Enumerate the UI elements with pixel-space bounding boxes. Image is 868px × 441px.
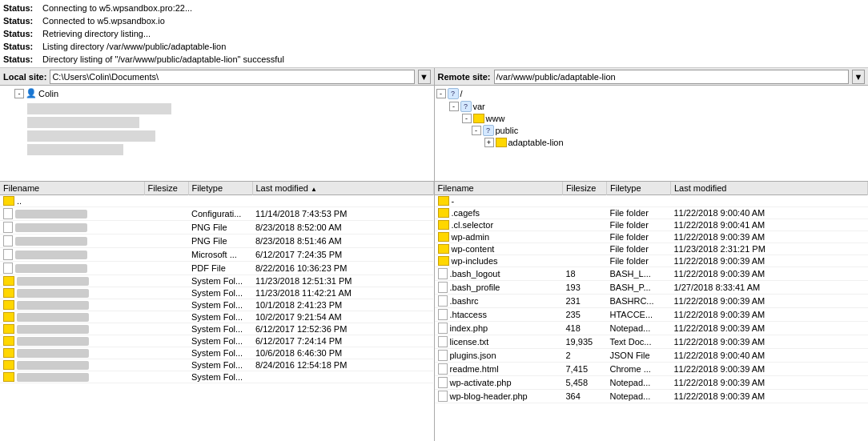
- table-row[interactable]: plugins.json 2 JSON File 11/22/2018 9:00…: [435, 349, 868, 363]
- remote-tree-item[interactable]: +adaptable-lion: [436, 137, 867, 148]
- remote-col-filetype[interactable]: Filetype: [607, 182, 671, 195]
- table-row[interactable]: .bash_profile 193 BASH_P... 1/27/2018 8:…: [435, 281, 868, 295]
- table-row[interactable]: System Fol... 10/1/2018 2:41:23 PM: [0, 299, 433, 311]
- table-row[interactable]: System Fol... 10/2/2017 9:21:54 AM: [0, 311, 433, 323]
- remote-col-filename[interactable]: Filename: [435, 182, 563, 195]
- remote-tree-item[interactable]: -www: [436, 113, 867, 124]
- table-row[interactable]: Microsoft ... 6/12/2017 7:24:35 PM: [0, 248, 433, 262]
- table-row[interactable]: .cl.selector File folder 11/22/2018 9:00…: [435, 219, 868, 231]
- local-col-filename[interactable]: Filename: [0, 182, 144, 195]
- table-row[interactable]: wp-blog-header.php 364 Notepad... 11/22/…: [435, 390, 868, 403]
- table-row[interactable]: System Fol...: [0, 371, 433, 383]
- local-tree-item-colin[interactable]: - 👤 Colin: [2, 87, 432, 100]
- file-type-cell: File folder: [607, 231, 671, 243]
- table-row[interactable]: PDF File 8/22/2016 10:36:23 PM: [0, 262, 433, 275]
- table-row[interactable]: System Fol... 11/23/2018 12:51:31 PM: [0, 275, 433, 287]
- table-row[interactable]: .cagefs File folder 11/22/2018 9:00:40 A…: [435, 207, 868, 219]
- file-type-cell: System Fol...: [188, 299, 252, 311]
- file-type-cell: System Fol...: [188, 311, 252, 323]
- file-name-cell: [0, 221, 144, 235]
- table-row[interactable]: System Fol... 6/12/2017 12:52:36 PM: [0, 323, 433, 335]
- expand-icon[interactable]: -: [472, 126, 481, 135]
- remote-col-modified[interactable]: Last modified: [671, 182, 868, 195]
- file-type-cell: Configurati...: [188, 207, 252, 221]
- remote-tree-item[interactable]: -?public: [436, 124, 867, 137]
- blurred-name: [17, 313, 89, 322]
- file-name: plugins.json: [450, 351, 496, 360]
- table-row[interactable]: index.php 418 Notepad... 11/22/2018 9:00…: [435, 322, 868, 335]
- expand-icon[interactable]: -: [449, 102, 459, 111]
- table-row[interactable]: System Fol... 6/12/2017 7:24:14 PM: [0, 335, 433, 347]
- file-modified-cell: 1/27/2018 8:33:41 AM: [671, 281, 868, 295]
- status-row: Status:Directory listing of "/var/www/pu…: [3, 53, 865, 66]
- file-icon: [3, 222, 13, 233]
- table-row[interactable]: ..: [0, 195, 433, 207]
- table-row[interactable]: -: [435, 195, 868, 207]
- file-name-cell: [0, 248, 144, 262]
- file-type-cell: Text Doc...: [607, 335, 671, 349]
- table-row[interactable]: readme.html 7,415 Chrome ... 11/22/2018 …: [435, 363, 868, 376]
- file-size-cell: [144, 347, 188, 359]
- folder-icon: [3, 312, 14, 322]
- table-row[interactable]: Configurati... 11/14/2018 7:43:53 PM: [0, 207, 433, 221]
- blurred-tree-item: [27, 130, 155, 142]
- status-label: Status:: [3, 14, 39, 27]
- expand-icon[interactable]: -: [14, 89, 24, 98]
- file-modified-cell: 6/12/2017 7:24:35 PM: [252, 248, 433, 262]
- file-modified-cell: 11/22/2018 9:00:40 AM: [671, 349, 868, 363]
- table-row[interactable]: System Fol... 11/23/2018 11:42:21 AM: [0, 287, 433, 299]
- file-size-cell: [144, 323, 188, 335]
- remote-pane: Remote site: ▼ -?/-?var-www-?public+adap…: [435, 68, 869, 441]
- file-icon: [438, 295, 448, 307]
- local-path-dropdown[interactable]: ▼: [418, 70, 431, 84]
- file-size-cell: [144, 311, 188, 323]
- table-row[interactable]: .bashrc 231 BASHRC... 11/22/2018 9:00:39…: [435, 295, 868, 308]
- table-row[interactable]: .bash_logout 18 BASH_L... 11/22/2018 9:0…: [435, 267, 868, 281]
- remote-path-input[interactable]: [494, 70, 849, 84]
- status-row: Status:Connected to w5.wpsandbox.io: [3, 14, 865, 27]
- local-col-filetype[interactable]: Filetype: [188, 182, 252, 195]
- remote-col-filesize[interactable]: Filesize: [563, 182, 607, 195]
- tree-label: var: [473, 102, 485, 111]
- remote-tree-item[interactable]: -?/: [436, 87, 867, 100]
- table-row[interactable]: PNG File 8/23/2018 8:51:46 AM: [0, 235, 433, 248]
- local-pane: Local site: ▼ - 👤 Colin: [0, 68, 435, 441]
- folder-icon: [3, 348, 14, 358]
- file-modified-cell: 8/22/2016 10:36:23 PM: [252, 262, 433, 275]
- table-row[interactable]: .htaccess 235 HTACCE... 11/22/2018 9:00:…: [435, 308, 868, 322]
- expand-icon[interactable]: +: [484, 138, 494, 147]
- table-row[interactable]: wp-admin File folder 11/22/2018 9:00:39 …: [435, 231, 868, 243]
- table-row[interactable]: System Fol... 10/6/2018 6:46:30 PM: [0, 347, 433, 359]
- file-icon: [3, 235, 13, 247]
- table-row[interactable]: PNG File 8/23/2018 8:52:00 AM: [0, 221, 433, 235]
- app-window: Status:Connecting to w5.wpsandbox.pro:22…: [0, 0, 868, 441]
- remote-tree-item[interactable]: -?var: [436, 100, 867, 113]
- folder-icon: [3, 300, 14, 310]
- file-modified-cell: 11/22/2018 9:00:39 AM: [671, 231, 868, 243]
- table-row[interactable]: wp-activate.php 5,458 Notepad... 11/22/2…: [435, 376, 868, 390]
- table-row[interactable]: wp-includes File folder 11/22/2018 9:00:…: [435, 255, 868, 267]
- file-size-cell: 7,415: [563, 363, 607, 376]
- file-icon: [3, 249, 13, 260]
- local-path-input[interactable]: [50, 70, 414, 84]
- remote-path-dropdown[interactable]: ▼: [852, 70, 865, 84]
- file-icon: [438, 268, 448, 279]
- file-name: .bash_profile: [450, 283, 500, 292]
- file-name-cell: .bash_logout: [435, 267, 563, 281]
- file-icon: [438, 282, 448, 293]
- blurred-name: [17, 373, 89, 382]
- file-type-cell: System Fol...: [188, 275, 252, 287]
- file-name-cell: index.php: [435, 322, 563, 335]
- file-name: license.txt: [450, 337, 489, 347]
- file-size-cell: [144, 195, 188, 207]
- file-modified-cell: 11/22/2018 9:00:39 AM: [671, 295, 868, 308]
- local-col-filesize[interactable]: Filesize: [144, 182, 188, 195]
- table-row[interactable]: license.txt 19,935 Text Doc... 11/22/201…: [435, 335, 868, 349]
- table-row[interactable]: System Fol... 8/24/2016 12:54:18 PM: [0, 359, 433, 371]
- local-col-modified[interactable]: Last modified ▲: [252, 182, 433, 195]
- expand-icon[interactable]: -: [462, 114, 472, 123]
- expand-icon[interactable]: -: [436, 89, 446, 98]
- table-row[interactable]: wp-content File folder 11/23/2018 2:31:2…: [435, 243, 868, 255]
- file-type-cell: Microsoft ...: [188, 248, 252, 262]
- file-size-cell: [563, 231, 607, 243]
